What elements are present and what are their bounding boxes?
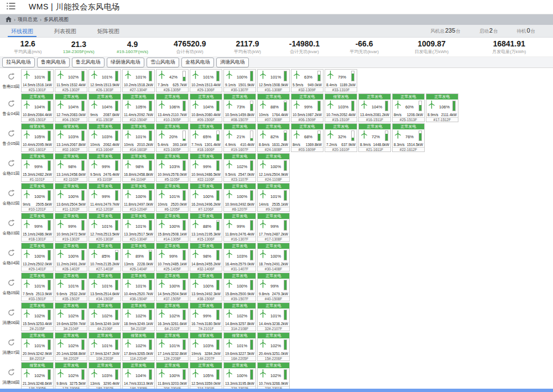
turbine-card[interactable]: 正常发电101%7.5m/s2513.9kW#33-1501F bbox=[21, 273, 54, 301]
turbine-card[interactable]: 报警发电101%19.6m/s3227.5kW16#-2205F bbox=[223, 332, 256, 361]
turbine-card[interactable]: 正常发电98%16.8m/s2458.8kW#4-1104F bbox=[122, 153, 155, 182]
turbine-card[interactable]: 正常发电100%11.2m/s2491.2kW#28-1402F bbox=[55, 243, 87, 271]
view-tab-1[interactable]: 列表视图 bbox=[51, 25, 80, 37]
farm-tab-1[interactable]: 鲁南风电场 bbox=[37, 58, 70, 67]
turbine-card[interactable]: 正常发电82%8.6m/s1631.2kW#24-1608F bbox=[257, 123, 290, 152]
turbine-card[interactable]: 63%5.5m/s949.0kW#32-1309F bbox=[291, 69, 324, 92]
turbine-card[interactable]: 正常发电102%16.3m/s3261.6kW6#-2102F bbox=[156, 302, 189, 331]
turbine-card[interactable]: 正常发电99%11.8m/s2476.4kW#16-1307F bbox=[223, 213, 256, 242]
turbine-card[interactable]: 正常发电100%10.9m/s2492.6kW#8-1207F bbox=[223, 183, 256, 212]
turbine-card[interactable]: 正常发电101%17.9m/s3247.2kW10#-2203F bbox=[88, 332, 121, 361]
turbine-card[interactable]: 正常发电99%10.5m/s1987.2kW#06-1509F bbox=[291, 93, 324, 122]
turbine-card[interactable]: 报警发电102%17.8m/s3265.0kW11#-2204F bbox=[122, 332, 155, 361]
turbine-card[interactable]: 报警发电103%10.7m/s2052.4kW#15-1510F bbox=[325, 93, 357, 122]
turbine-card[interactable]: 正常发电102%15.5m/s3253.4kW2#-2105F bbox=[21, 302, 54, 331]
turbine-card[interactable]: 正常发电99%9.8m/s2479.3kW#40-1508F bbox=[257, 273, 290, 301]
view-tab-2[interactable]: 矩阵视图 bbox=[94, 25, 123, 37]
farm-tab-3[interactable]: 绿荫塘风电场 bbox=[107, 58, 144, 67]
turbine-card[interactable]: 正常发电106%8.9m/s2111.4kW#17-1512F bbox=[426, 93, 458, 122]
turbine-card[interactable]: 正常发电101%10.4m/s2520.7kW#36-1504F bbox=[122, 273, 155, 301]
refresh-icon[interactable] bbox=[7, 219, 15, 229]
refresh-icon[interactable] bbox=[7, 189, 15, 200]
turbine-card[interactable]: 101%10.2m/s1513.4kW#29-1306F bbox=[190, 69, 222, 92]
turbine-card[interactable]: 正常发电72%8.9m/s1448.6kW#21-1611F bbox=[358, 123, 391, 152]
turbine-card[interactable]: 正常发电20%5.4m/s393.1kW#23-1605F bbox=[156, 123, 189, 152]
turbine-card[interactable]: 正常发电101%10m/s2520.0kW#6-1205F bbox=[156, 183, 189, 212]
refresh-icon[interactable] bbox=[7, 129, 15, 140]
turbine-card[interactable]: 101%10.2m/s1518.2kW#27-1304F bbox=[122, 69, 155, 92]
turbine-card[interactable]: 102%11.5m/s1532.4kW#25-1302F bbox=[55, 69, 87, 92]
turbine-card[interactable]: 正常发电102%16.5m/s3249.1kW4#-2106F bbox=[88, 302, 121, 331]
turbine-card[interactable]: 正常发电104%10.8m/s2080.4kW#09-1506F bbox=[190, 93, 222, 122]
turbine-card[interactable]: 正常发电100%9m/s2505.6kW#10-1201F bbox=[21, 183, 54, 212]
turbine-card[interactable]: 正常发电102%10.7m/s3266.9kW23#-2301F bbox=[257, 362, 290, 391]
turbine-card[interactable]: 正常发电103%10.9m/s2578.0kW#5-1105F bbox=[156, 153, 189, 182]
turbine-card[interactable]: 正常发电100%11.8m/s3203.0kW20#-2304F bbox=[156, 362, 189, 391]
turbine-card[interactable]: 正常发电100%15.8m/s2500.9kW#39-1507F bbox=[223, 273, 256, 301]
turbine-card[interactable]: 101%14.5m/s1516.1kW#23-1301F bbox=[21, 69, 54, 92]
refresh-icon[interactable] bbox=[7, 159, 15, 170]
turbine-card[interactable]: 正常发电100%15.8m/s2508.1kW#14-1305F bbox=[156, 213, 189, 242]
turbine-card[interactable]: 正常发电103%16.4m/s2579.0kW#31-1407F bbox=[223, 243, 256, 271]
turbine-card[interactable]: 正常发电102%18.9m/s3249.1kW5#-2103F bbox=[122, 302, 155, 331]
farm-tab-4[interactable]: 雪山风电场 bbox=[147, 58, 179, 67]
turbine-card[interactable]: 101%12.9m/s1513.9kW#26-1303F bbox=[88, 69, 121, 92]
turbine-card[interactable]: 正常发电101%13.5m/s2514.6kW#34-1503F bbox=[88, 273, 121, 301]
turbine-card[interactable]: 正常发电68%8m/s1369.8kW#03-1609F bbox=[291, 123, 324, 152]
turbine-card[interactable]: 正常发电99%16.7m/s3180.5kW7#-2101F bbox=[190, 302, 222, 331]
turbine-card[interactable]: 正常发电101%20.9m/s3242.9kW8#-2201F bbox=[21, 332, 54, 361]
turbine-card[interactable]: 正常发电99%9.5m/s2476.4kW#3-1103F bbox=[88, 153, 121, 182]
turbine-card[interactable]: 正常发电100%13.2m/s2502.0kW#29-1401F bbox=[21, 243, 54, 271]
turbine-card[interactable]: 正常发电89%13m/s2228.0kW#26-1404F bbox=[122, 243, 155, 271]
turbine-card[interactable]: 正常发电100%14.5m/s2504.5kW#37-1505F bbox=[156, 273, 189, 301]
turbine-card[interactable]: 正常发电98%13.1m/s2458.6kW#2-1102F bbox=[55, 153, 87, 182]
turbine-card[interactable]: 正常发电100%13.9m/s2492.3kW#38-1506F bbox=[190, 273, 222, 301]
turbine-card[interactable]: 正常发电102%9.8m/s3275.5kW17#-2306F bbox=[55, 362, 87, 391]
turbine-card[interactable]: 正常发电85%10.7m/s2135.2kW#27-1403F bbox=[88, 243, 121, 271]
turbine-card[interactable]: 正常发电99%10.9m/s2472.5kW#19-1302F bbox=[55, 213, 87, 242]
turbine-card[interactable]: 正常发电102%20.4m/s3251.0kW15#-2206F bbox=[257, 332, 290, 361]
turbine-card[interactable]: 报警发电103%13.1m/s2067.8kW#02-1602F bbox=[55, 123, 87, 152]
turbine-card[interactable]: 正常发电101%14m/s2535.1kW#9-1208F bbox=[257, 183, 290, 212]
home-icon[interactable] bbox=[6, 17, 12, 23]
turbine-card[interactable]: 正常发电99%17.7m/s2487.2kW#17-1308F bbox=[257, 213, 290, 242]
turbine-card[interactable]: 正常发电99%10.7m/s2485.1kW#25-1405F bbox=[156, 243, 189, 271]
turbine-card[interactable]: 正常发电88%13.1m/s2195.3kW#15-1306F bbox=[190, 213, 222, 242]
turbine-card[interactable]: 正常发电99%15.3m/s2482.2kW#1-1101F bbox=[21, 153, 54, 182]
turbine-card[interactable]: 正常发电102%19.6m/s3259.7kW3#-2104F bbox=[55, 302, 87, 331]
turbine-card[interactable]: 正常发电99%11.4m/s2479.7kW#12-1203F bbox=[88, 183, 121, 212]
turbine-card[interactable]: 正常发电100%13.3m/s3195.8kW22#-2302F bbox=[223, 362, 256, 391]
turbine-card[interactable]: 正常发电101%9.6m/s2532.2kW#35-1502F bbox=[55, 273, 87, 301]
turbine-card[interactable]: 正常发电101%13.3m/s2517.5kW#21-1304F bbox=[122, 213, 155, 242]
turbine-card[interactable]: 正常发电104%12.7m/s2083.0kW#04-1502F bbox=[55, 93, 87, 122]
refresh-icon[interactable] bbox=[7, 279, 15, 289]
turbine-card[interactable]: 42%7.3m/s625.7kW#28-1305F bbox=[156, 69, 189, 92]
turbine-card[interactable]: 正常发电101%10m/s2010.2kW#14-1603F bbox=[122, 123, 155, 152]
refresh-icon[interactable] bbox=[7, 338, 15, 349]
turbine-card[interactable]: 正常发电104%10.8m/s2084.4kW#05-1501F bbox=[21, 93, 54, 122]
menu-icon[interactable] bbox=[7, 2, 15, 12]
turbine-card[interactable]: 正常发电102%9.5m/s2547.0kW#23-1107F bbox=[223, 153, 256, 182]
turbine-card[interactable]: 正常发电102%14.8m/s3257.8kW31#-2108F bbox=[223, 302, 256, 331]
turbine-card[interactable]: 正常发电88%10m/s1764.4kW#07-1508F bbox=[257, 93, 290, 122]
turbine-card[interactable]: 正常发电60%8m/s1206.0kW#25-1513F bbox=[392, 93, 425, 122]
refresh-icon[interactable] bbox=[7, 249, 15, 259]
farm-tab-2[interactable]: 鲁北风电场 bbox=[72, 58, 105, 67]
turbine-card[interactable]: 正常发电102%20.1m/s3268.8kW9#-2202F bbox=[55, 332, 87, 361]
turbine-card[interactable]: 正常发电105%12.5m/s3359.0kW21#-2303F bbox=[190, 362, 222, 391]
farm-tab-5[interactable]: 金格风电场 bbox=[181, 58, 214, 67]
turbine-card[interactable]: 正常发电103%10m/s2062.4kW#13-1604F bbox=[88, 123, 121, 152]
turbine-card[interactable]: 正常发电101%14.4m/s3236.2kW32#-2107F bbox=[257, 302, 290, 331]
refresh-icon[interactable] bbox=[7, 100, 15, 110]
turbine-card[interactable]: 正常发电103%13m/s3290.4kW18#-2307F bbox=[88, 362, 121, 391]
horizontal-scrollbar[interactable] bbox=[0, 389, 553, 392]
turbine-card[interactable]: 正常发电32%7.2m/s637.9kW#20-1610F bbox=[325, 123, 357, 152]
turbine-card[interactable]: 正常发电99%15.1m/s2486.9kW#18-1301F bbox=[21, 213, 54, 242]
turbine-card[interactable]: 正常发电101%12.7m/s2513.5kW#20-1303F bbox=[88, 213, 121, 242]
turbine-card[interactable]: 报警发电102%21.3m/s3248.6kW13#-2305F bbox=[21, 362, 54, 391]
breadcrumb-item-overview[interactable]: 项目总览 bbox=[18, 16, 38, 23]
turbine-card[interactable]: 正常发电105%11.4m/s2092.7kW#12-1504F bbox=[122, 93, 155, 122]
turbine-card[interactable]: 101%12.5m/s1508.9kW#31-1308F bbox=[257, 69, 290, 92]
turbine-card[interactable]: 报警发电103%19m/s3284.2kW14#-2207F bbox=[190, 332, 222, 361]
refresh-icon[interactable] bbox=[7, 72, 15, 83]
